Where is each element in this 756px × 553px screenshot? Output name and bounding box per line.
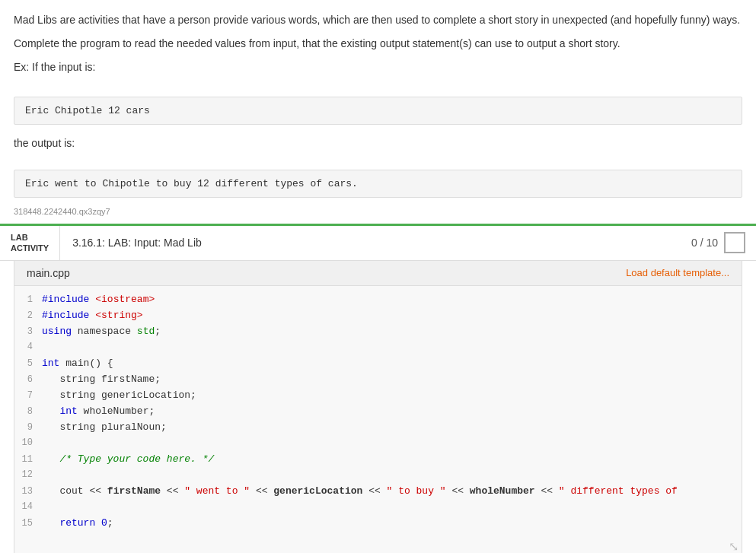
code-line-7: 7 string genericLocation;	[14, 388, 742, 404]
editor-container: main.cpp Load default template... 1 #inc…	[14, 261, 742, 553]
code-line-3: 3 using namespace std;	[14, 324, 742, 340]
input-example: Eric Chipotle 12 cars	[14, 97, 742, 125]
lab-activity-title: 3.16.1: LAB: Input: Mad Lib	[60, 229, 681, 256]
description-para1: Mad Libs are activities that have a pers…	[14, 12, 742, 28]
description-para3: Ex: If the input is:	[14, 59, 742, 75]
code-line-1: 1 #include <iostream>	[14, 292, 742, 308]
description-para2: Complete the program to read the needed …	[14, 36, 742, 52]
output-label-area: the output is:	[0, 131, 756, 164]
code-line-5: 5 int main() {	[14, 356, 742, 372]
code-editor[interactable]: 1 #include <iostream> 2 #include <string…	[14, 286, 742, 538]
description-area: Mad Libs are activities that have a pers…	[0, 0, 756, 91]
lab-activity-label: LAB ACTIVITY	[0, 226, 60, 260]
code-line-11: 11 /* Type your code here. */	[14, 452, 742, 468]
code-line-6: 6 string firstName;	[14, 372, 742, 388]
code-line-15: 15 return 0;	[14, 516, 742, 532]
code-line-2: 2 #include <string>	[14, 308, 742, 324]
code-line-12: 12	[14, 468, 742, 484]
problem-id: 318448.2242440.qx3zqy7	[0, 204, 756, 219]
editor-filename: main.cpp	[27, 267, 70, 279]
code-line-13: 13 cout << firstName << " went to " << g…	[14, 484, 742, 500]
editor-header: main.cpp Load default template...	[14, 261, 742, 286]
code-line-9: 9 string pluralNoun;	[14, 420, 742, 436]
code-line-8: 8 int wholeNumber;	[14, 404, 742, 420]
code-line-4: 4	[14, 340, 742, 356]
code-line-14: 14	[14, 500, 742, 516]
lab-activity-score: 0 / 10	[681, 226, 756, 259]
output-example: Eric went to Chipotle to buy 12 differen…	[14, 170, 742, 198]
output-label: the output is:	[14, 135, 742, 151]
score-box	[724, 232, 745, 253]
lab-activity-bar: LAB ACTIVITY 3.16.1: LAB: Input: Mad Lib…	[0, 224, 756, 261]
resize-handle[interactable]: ⤡	[14, 538, 742, 553]
load-template-link[interactable]: Load default template...	[626, 267, 729, 278]
code-line-10: 10	[14, 436, 742, 452]
